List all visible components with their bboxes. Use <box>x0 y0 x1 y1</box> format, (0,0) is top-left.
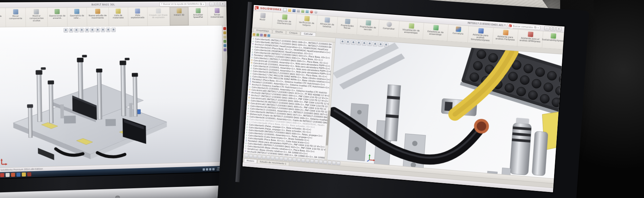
display-manager-icon[interactable] <box>267 34 270 37</box>
right-viewport[interactable] <box>327 38 563 179</box>
appearances-icon[interactable] <box>223 44 226 47</box>
toolbar-icon[interactable] <box>310 159 314 163</box>
ribbon-button[interactable]: Lista de materiales <box>109 7 128 26</box>
view-orientation-icon[interactable] <box>362 41 367 46</box>
toolbar-icon[interactable] <box>292 158 297 162</box>
notification-icon[interactable] <box>212 168 215 170</box>
toolbar-icon[interactable] <box>323 160 327 164</box>
view-palette-icon[interactable] <box>223 40 226 43</box>
custom-properties-icon[interactable] <box>223 48 226 51</box>
display-style-icon[interactable] <box>367 41 372 46</box>
toolbar-icon[interactable] <box>306 159 310 163</box>
print-icon[interactable] <box>297 9 300 13</box>
toolbar-icon[interactable] <box>271 156 275 160</box>
hide-show-items-icon[interactable] <box>96 28 100 32</box>
ribbon-button[interactable]: Propiedades de sección <box>357 18 379 36</box>
previous-view-icon[interactable] <box>74 28 78 32</box>
left-viewport[interactable] <box>0 26 229 168</box>
options-icon[interactable] <box>314 10 318 14</box>
featuremanager-icon[interactable] <box>253 33 256 36</box>
help-search-box[interactable]: ? Buscar en la ayuda de SolidWorks ▾ <box>159 2 206 6</box>
toolbar-icon[interactable] <box>284 157 288 161</box>
ribbon-button[interactable]: Asistente para análisis SimulationXpress <box>468 26 494 44</box>
file-explorer-icon[interactable] <box>223 36 226 39</box>
ribbon-button[interactable]: Tomas instantáneas <box>208 7 227 25</box>
zoom-area-icon[interactable] <box>345 40 350 45</box>
redo-icon[interactable] <box>306 10 309 13</box>
view-orientation-icon[interactable] <box>85 28 89 32</box>
toolbar-icon[interactable] <box>253 154 257 158</box>
toolbar-icon[interactable] <box>245 154 249 158</box>
network-icon[interactable] <box>209 168 211 170</box>
restore-icon[interactable] <box>215 2 220 6</box>
restore-icon[interactable] <box>550 26 556 31</box>
design-library-icon[interactable] <box>223 31 226 34</box>
toolbar-icon[interactable] <box>249 154 253 158</box>
language-icon[interactable] <box>203 168 205 170</box>
section-view-icon[interactable] <box>357 41 361 45</box>
ribbon-button[interactable]: Visualización de ensamblajes <box>398 21 424 39</box>
toolbar-icon[interactable] <box>266 155 270 159</box>
ribbon-button[interactable]: Medir <box>252 11 273 29</box>
toolbar-icon[interactable] <box>288 157 292 161</box>
ribbon-button[interactable]: Detección de interferencias <box>272 12 297 30</box>
ribbon-button[interactable]: Vista explosionada <box>128 7 147 26</box>
apply-scene-icon[interactable] <box>384 43 388 47</box>
taskbar-app-icon-4[interactable] <box>16 172 20 177</box>
section-view-icon[interactable] <box>79 28 84 32</box>
toolbar-icon[interactable] <box>328 160 332 164</box>
ribbon-button[interactable]: Nuevo estudio de movimiento <box>87 7 109 26</box>
zoom-area-icon[interactable] <box>69 28 73 33</box>
undo-icon[interactable] <box>301 9 305 13</box>
minimize-icon[interactable] <box>209 2 214 6</box>
volume-icon[interactable] <box>206 168 208 170</box>
previous-view-icon[interactable] <box>351 40 356 45</box>
ribbon-button[interactable]: SustainabilityXpress <box>542 31 564 49</box>
toolbar-icon[interactable] <box>319 160 323 164</box>
ribbon-button[interactable]: Instant 3D <box>169 7 189 26</box>
toolbar-icon[interactable] <box>258 155 262 159</box>
toolbar-icon[interactable] <box>314 159 318 163</box>
display-style-icon[interactable] <box>90 28 95 32</box>
propertymanager-icon[interactable] <box>256 33 259 36</box>
save-icon[interactable] <box>292 9 296 12</box>
open-icon[interactable] <box>288 9 291 12</box>
ribbon-button[interactable]: Relación de posición <box>0 8 6 27</box>
toolbar-icon[interactable] <box>297 158 301 162</box>
ribbon-button[interactable]: Geometría de refer... <box>67 7 87 26</box>
view-settings-icon[interactable] <box>111 28 116 32</box>
edit-appearance-icon[interactable] <box>101 28 105 32</box>
hide-show-items-icon[interactable] <box>373 42 377 46</box>
ribbon-button[interactable]: Verificación de holgura <box>296 14 318 32</box>
rebuild-icon[interactable] <box>310 10 313 13</box>
solidworks-resources-icon[interactable] <box>223 27 226 30</box>
minimize-icon[interactable] <box>544 26 550 31</box>
ribbon-button[interactable]: Curvatura <box>447 24 469 42</box>
ribbon-button[interactable]: Asistente para el análisis DFMXpress <box>517 30 543 48</box>
ribbon-button[interactable]: Operaciones de ensamb. <box>47 8 67 27</box>
toolbar-icon[interactable] <box>275 156 279 160</box>
ribbon-button[interactable]: Asistente para análisis FloXpress <box>492 28 518 46</box>
taskbar-app-icon-2[interactable] <box>6 173 10 177</box>
taskbar-app-icon-5[interactable] <box>22 172 26 177</box>
ribbon-button[interactable]: Mover componente <box>6 8 26 27</box>
new-icon[interactable] <box>283 8 287 12</box>
ribbon-button[interactable]: Propiedades físicas <box>337 17 358 35</box>
zoom-fit-icon[interactable] <box>340 39 345 44</box>
toolbar-icon[interactable] <box>332 161 336 165</box>
ribbon-button[interactable]: Croquis con líneas de explosión <box>147 7 170 26</box>
ribbon-button[interactable]: Alineación de taladros <box>317 15 338 33</box>
toolbar-icon[interactable] <box>336 161 340 165</box>
close-icon[interactable] <box>220 2 225 6</box>
toolbar-icon[interactable] <box>262 155 266 159</box>
taskbar-app-icon-3[interactable] <box>11 173 15 177</box>
dimxpert-icon[interactable] <box>264 34 267 37</box>
close-icon[interactable] <box>556 27 562 31</box>
ribbon-button[interactable]: Actualizar SpeedPak <box>189 7 208 25</box>
configurationmanager-icon[interactable] <box>260 34 263 37</box>
toolbar-icon[interactable] <box>279 157 283 161</box>
ribbon-button[interactable]: Comprobar <box>378 20 400 38</box>
zoom-fit-icon[interactable] <box>63 28 68 33</box>
ribbon-button[interactable]: Mostrar componentes ocultos <box>25 8 48 27</box>
apply-scene-icon[interactable] <box>106 28 110 32</box>
